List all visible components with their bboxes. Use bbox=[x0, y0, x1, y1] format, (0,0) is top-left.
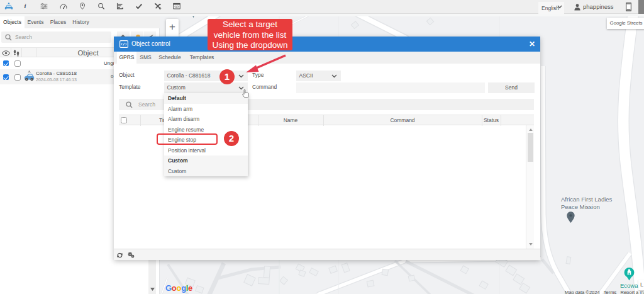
svg-text:i: i bbox=[24, 3, 26, 9]
